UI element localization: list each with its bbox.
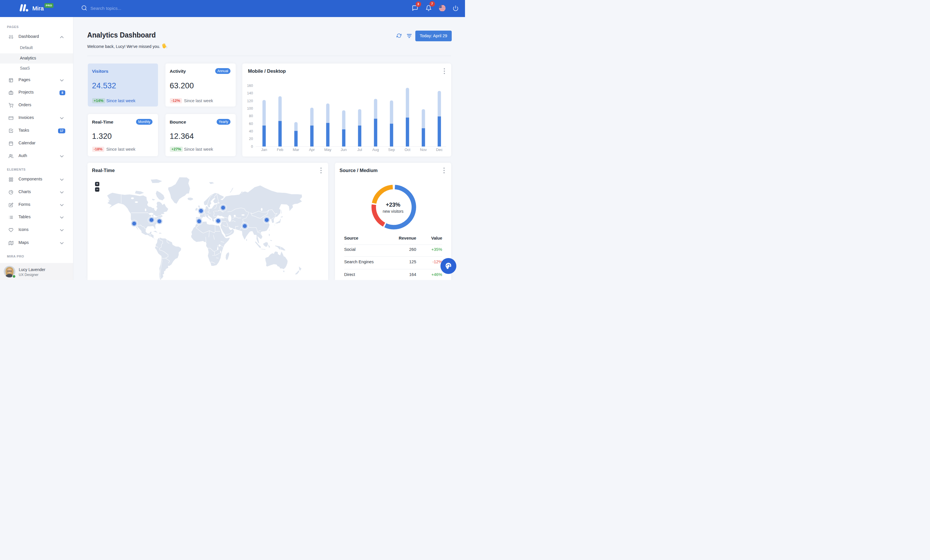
svg-text:Jun: Jun — [341, 147, 347, 152]
svg-text:Jan: Jan — [261, 147, 267, 152]
svg-text:140: 140 — [247, 91, 253, 95]
svg-text:Feb: Feb — [277, 147, 283, 152]
svg-text:Jul: Jul — [357, 147, 362, 152]
svg-text:Nov: Nov — [420, 147, 427, 152]
svg-text:Oct: Oct — [405, 147, 411, 152]
svg-text:60: 60 — [249, 121, 253, 126]
svg-text:100: 100 — [247, 106, 253, 110]
svg-text:0: 0 — [251, 144, 253, 148]
svg-text:Apr: Apr — [309, 147, 315, 152]
svg-text:120: 120 — [247, 99, 253, 103]
svg-text:Sep: Sep — [388, 147, 395, 152]
svg-text:160: 160 — [247, 83, 253, 87]
svg-text:Aug: Aug — [372, 147, 379, 152]
svg-text:20: 20 — [249, 137, 253, 141]
svg-text:Mar: Mar — [293, 147, 300, 152]
svg-text:May: May — [324, 147, 331, 152]
svg-text:Dec: Dec — [436, 147, 443, 152]
svg-text:80: 80 — [249, 114, 253, 118]
svg-text:40: 40 — [249, 129, 253, 133]
